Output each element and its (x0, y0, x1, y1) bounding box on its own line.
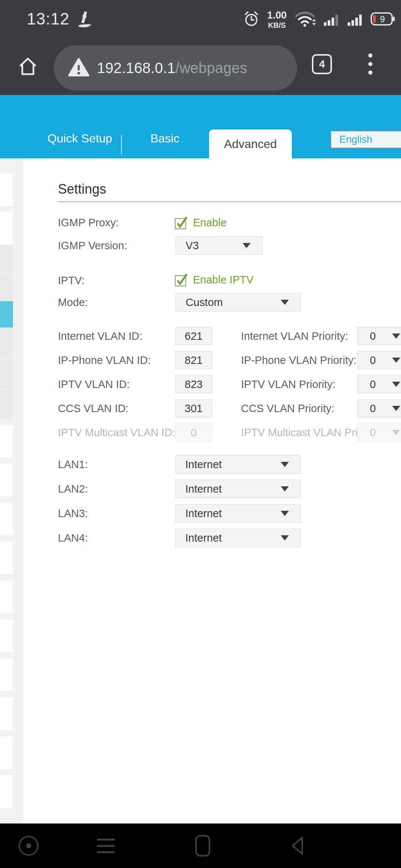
chevron-down-icon (392, 358, 400, 363)
igmp-version-select[interactable]: V3 (176, 236, 262, 255)
lan-label: LAN1: (58, 455, 88, 474)
wifi-icon (293, 10, 316, 30)
vlan-id-label: Internet VLAN ID: (58, 327, 142, 345)
checkbox-checked-icon (175, 216, 188, 230)
chevron-down-icon (281, 486, 289, 491)
url-host: 192.168.0.1 (97, 60, 175, 76)
url-text: 192.168.0.1/webpages (97, 60, 247, 76)
status-bar: 13:12 1.00 KB/S (0, 7, 401, 33)
home-nav-button[interactable] (188, 823, 218, 868)
tab-quick-setup-label: Quick Setup (48, 132, 112, 145)
mode-label: Mode: (58, 293, 88, 312)
recents-button[interactable] (14, 823, 43, 868)
home-icon[interactable] (16, 55, 39, 79)
tab-count: 4 (319, 58, 325, 70)
app-notification-icon (74, 10, 94, 31)
sidebar-item[interactable] (0, 464, 13, 496)
chevron-down-icon (392, 406, 400, 411)
iptv-checkbox[interactable]: Enable IPTV (175, 273, 254, 287)
vlan-priority-select[interactable]: 0 (358, 375, 401, 393)
sidebar-item[interactable] (0, 245, 13, 273)
settings-page: Settings IGMP Proxy: Enable IGMP Version… (0, 158, 401, 823)
vlan-priority-select[interactable]: 0 (358, 400, 401, 417)
lan-select[interactable]: Internet (175, 529, 300, 547)
vlan-priority-label: IP-Phone VLAN Priority: (241, 351, 356, 369)
alarm-clock-icon (242, 10, 260, 29)
lan-value: Internet (185, 458, 222, 471)
chevron-down-icon (392, 333, 400, 339)
tab-basic-label: Basic (150, 132, 179, 145)
sidebar-item[interactable] (0, 736, 13, 769)
vlan-priority-value: 0 (370, 354, 376, 366)
vlan-priority-label: CCS VLAN Priority: (241, 400, 334, 417)
lan-select[interactable]: Internet (175, 455, 300, 474)
sidebar-item[interactable] (0, 359, 13, 388)
vlan-id-input[interactable]: 823 (175, 375, 212, 393)
vlan-id-input[interactable]: 301 (175, 400, 212, 417)
sidebar-item[interactable] (0, 581, 13, 613)
vlan-id-label: IP-Phone VLAN ID: (58, 351, 151, 369)
iptv-label: IPTV: (58, 274, 84, 287)
sidebar-item[interactable] (0, 425, 13, 457)
sidebar-item[interactable] (0, 274, 13, 301)
chevron-down-icon (281, 511, 289, 516)
network-speed-value: 1.00 (267, 10, 287, 20)
sidebar-rail (0, 158, 23, 823)
sidebar-item[interactable] (0, 211, 13, 245)
vlan-priority-value: 0 (370, 330, 376, 342)
vlan-id-label: IPTV VLAN ID: (58, 375, 130, 393)
menu-button[interactable] (91, 823, 121, 868)
android-nav-bar (0, 823, 401, 868)
vlan-priority-value: 0 (370, 402, 376, 415)
vlan-id-input[interactable]: 821 (175, 351, 212, 369)
igmp-proxy-label: IGMP Proxy: (58, 216, 119, 229)
sidebar-item-active[interactable] (0, 301, 13, 328)
language-select[interactable]: English (330, 131, 401, 148)
lan-value: Internet (185, 507, 222, 520)
sidebar-item[interactable] (0, 775, 13, 808)
sidebar-item[interactable] (0, 389, 13, 419)
tab-quick-setup[interactable]: Quick Setup (35, 95, 124, 158)
tab-switcher-button[interactable]: 4 (312, 54, 332, 74)
igmp-version-value: V3 (186, 240, 199, 252)
vlan-priority-select[interactable]: 0 (358, 351, 401, 369)
network-speed: 1.00 KB/S (267, 10, 287, 29)
sidebar-item[interactable] (0, 328, 13, 358)
vlan-priority-select[interactable]: 0 (358, 327, 401, 345)
signal-sim2-icon (347, 10, 364, 29)
sidebar-item[interactable] (0, 697, 13, 730)
url-field[interactable]: 192.168.0.1/webpages (54, 45, 297, 91)
sidebar-item[interactable] (0, 503, 13, 535)
mode-value: Custom (186, 296, 223, 309)
overflow-menu-icon[interactable] (368, 53, 372, 75)
sidebar-item[interactable] (0, 658, 13, 691)
lan-select[interactable]: Internet (175, 480, 300, 498)
sidebar-item[interactable] (0, 619, 13, 652)
vlan-id-input[interactable]: 621 (175, 327, 212, 345)
vlan-id-label: CCS VLAN ID: (58, 400, 128, 417)
phone-screen: 13:12 1.00 KB/S (0, 0, 401, 868)
signal-sim1-icon (323, 10, 340, 29)
lan-value: Internet (185, 483, 222, 495)
igmp-proxy-checkbox[interactable]: Enable (175, 216, 226, 230)
url-path: /webpages (175, 60, 247, 76)
status-time: 13:12 (27, 10, 69, 28)
sidebar-item[interactable] (0, 542, 13, 574)
vlan-priority-value: 0 (370, 378, 376, 391)
chevron-down-icon (392, 430, 400, 435)
battery-icon: 9 (371, 11, 396, 28)
lan-select[interactable]: Internet (175, 504, 300, 523)
lan-value: Internet (185, 532, 222, 544)
security-warning-icon[interactable] (68, 57, 89, 79)
tab-advanced[interactable]: Advanced (209, 129, 292, 158)
vlan-priority-label: IPTV VLAN Priority: (241, 375, 336, 393)
tab-divider (121, 135, 122, 154)
mode-select[interactable]: Custom (176, 293, 300, 312)
status-icons: 1.00 KB/S (242, 7, 396, 33)
sidebar-item[interactable] (0, 173, 13, 206)
tab-basic[interactable]: Basic (141, 95, 189, 158)
back-button[interactable] (284, 823, 313, 868)
browser-chrome: 13:12 1.00 KB/S (0, 0, 401, 95)
language-select-value: English (339, 134, 372, 145)
chevron-down-icon (242, 243, 251, 248)
